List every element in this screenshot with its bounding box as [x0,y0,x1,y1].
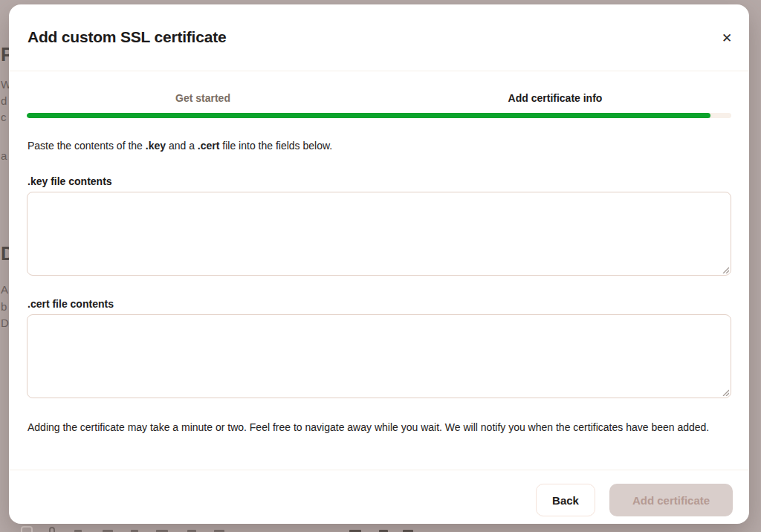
step-get-started[interactable]: Get started [27,92,379,104]
background-text-fragment: A [1,283,8,296]
cert-file-field-wrap [27,314,731,398]
background-page-bottom-fragments [0,524,761,532]
cert-file-textarea[interactable] [27,314,731,398]
background-text-fragment: b [1,300,7,313]
background-text-fragment: D [1,242,9,265]
background-text-fragment: d [1,94,7,107]
footer-divider [9,470,749,470]
background-page-left-fragments: P W d c a D A b D [0,0,9,532]
background-text-fragment: D [1,317,9,329]
close-button[interactable]: ✕ [715,27,739,51]
modal-title: Add custom SSL certificate [27,28,226,46]
step-add-certificate-info[interactable]: Add certificate info [379,92,731,104]
background-text-fragment: P [1,43,9,66]
background-text-fragment: W [1,78,9,91]
key-file-field-wrap [27,192,731,276]
background-checkbox-fragment [21,526,33,532]
intro-text-part: file into the fields below. [219,140,332,152]
background-text-fragment: c [1,111,7,123]
note-text: Adding the certificate may take a minute… [27,420,719,435]
background-lock-icon-fragment [49,527,55,532]
add-certificate-button[interactable]: Add certificate [609,484,733,516]
intro-text-part-bold: .cert [198,140,220,152]
background-text-fragment: a [1,149,7,162]
resize-grip-icon[interactable] [721,388,729,396]
intro-text: Paste the contents of the .key and a .ce… [27,140,332,152]
intro-text-part: Paste the contents of the [27,140,146,152]
progress-bar-fill [27,113,710,118]
wizard-steps: Get started Add certificate info [27,92,731,104]
key-file-textarea[interactable] [27,192,731,276]
back-button[interactable]: Back [536,484,595,516]
cert-file-label: .cert file contents [27,298,114,310]
close-icon: ✕ [722,31,732,45]
key-file-label: .key file contents [27,175,112,187]
ssl-certificate-modal: Add custom SSL certificate ✕ Get started… [9,4,749,524]
modal-footer: Back Add certificate [536,484,733,516]
resize-grip-icon[interactable] [721,265,729,273]
progress-bar-track [27,113,731,118]
intro-text-part: and a [166,140,198,152]
header-divider [9,71,749,71]
intro-text-part-bold: .key [146,140,166,152]
